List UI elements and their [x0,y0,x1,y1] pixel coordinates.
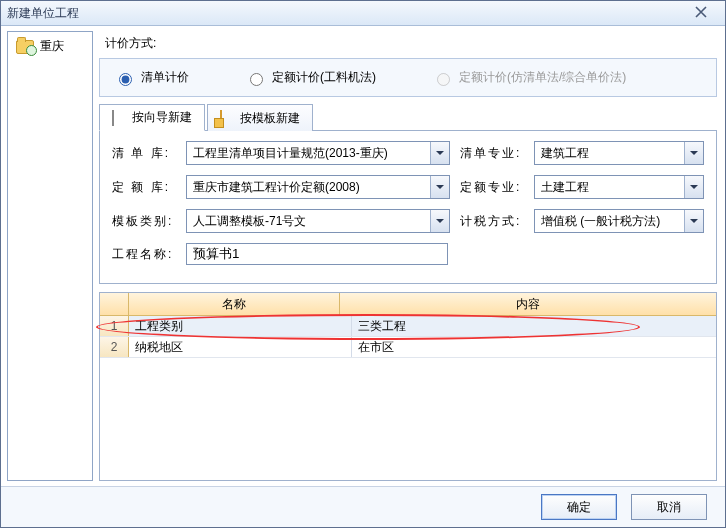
cancel-button[interactable]: 取消 [631,494,707,520]
dialog-footer: 确定 取消 [1,486,725,527]
template-icon [220,110,222,126]
radio-label: 定额计价(工料机法) [272,69,376,86]
dialog-window: 新建单位工程 重庆 计价方式: 清单计价 定额 [0,0,726,528]
radio-input[interactable] [119,73,132,86]
proj-name-input[interactable] [186,243,448,265]
combo-value: 土建工程 [535,179,684,196]
close-icon[interactable] [681,3,721,21]
wizard-icon [112,110,114,126]
radio-input [437,73,450,86]
grid-header: 名称 内容 [100,293,716,316]
norm-lib-combo[interactable]: 重庆市建筑工程计价定额(2008) [186,175,450,199]
pricing-panel: 清单计价 定额计价(工料机法) 定额计价(仿清单法/综合单价法) [99,58,717,97]
tpl-cat-label: 模板类别: [112,213,176,230]
properties-grid[interactable]: 名称 内容 1 工程类别 三类工程 2 纳税地区 在市区 [99,292,717,481]
tree-root-label: 重庆 [40,38,64,55]
radio-norm-pricing-fqdf: 定额计价(仿清单法/综合单价法) [432,69,626,86]
project-tree[interactable]: 重庆 [7,31,93,481]
row-content: 三类工程 [352,316,716,336]
norm-lib-label: 定 额 库: [112,179,176,196]
tab-label: 按模板新建 [240,110,300,127]
combo-value: 增值税 (一般计税方法) [535,213,684,230]
folder-icon [16,40,34,54]
combo-value: 重庆市建筑工程计价定额(2008) [187,179,430,196]
tab-template[interactable]: 按模板新建 [207,104,313,131]
chevron-down-icon[interactable] [684,142,703,164]
chevron-down-icon[interactable] [684,176,703,198]
window-title: 新建单位工程 [7,5,79,22]
row-index: 2 [100,337,129,357]
list-lib-label: 清 单 库: [112,145,176,162]
row-index: 1 [100,316,129,336]
row-name: 纳税地区 [129,337,352,357]
chevron-down-icon[interactable] [430,210,449,232]
radio-label: 清单计价 [141,69,189,86]
col-name: 名称 [129,293,340,315]
combo-value: 建筑工程 [535,145,684,162]
list-lib-combo[interactable]: 工程里清单项目计量规范(2013-重庆) [186,141,450,165]
combo-value: 工程里清单项目计量规范(2013-重庆) [187,145,430,162]
tab-wizard[interactable]: 按向导新建 [99,104,205,131]
norm-spec-label: 定额专业: [460,179,524,196]
title-bar: 新建单位工程 [1,1,725,26]
tab-bar: 按向导新建 按模板新建 [99,103,717,131]
tree-root-item[interactable]: 重庆 [8,32,92,61]
proj-name-label: 工程名称: [112,246,176,263]
grid-row[interactable]: 1 工程类别 三类工程 [100,316,716,337]
tab-label: 按向导新建 [132,109,192,126]
tax-method-combo[interactable]: 增值税 (一般计税方法) [534,209,704,233]
tpl-cat-combo[interactable]: 人工调整模板-71号文 [186,209,450,233]
chevron-down-icon[interactable] [430,176,449,198]
wizard-form: 清 单 库: 工程里清单项目计量规范(2013-重庆) 清单专业: 建筑工程 定… [99,131,717,284]
row-name: 工程类别 [129,316,352,336]
pricing-label: 计价方式: [97,31,719,58]
col-content: 内容 [340,293,716,315]
radio-norm-pricing-gljf[interactable]: 定额计价(工料机法) [245,69,376,86]
norm-spec-combo[interactable]: 土建工程 [534,175,704,199]
chevron-down-icon[interactable] [430,142,449,164]
chevron-down-icon[interactable] [684,210,703,232]
combo-value: 人工调整模板-71号文 [187,213,430,230]
radio-input[interactable] [250,73,263,86]
tax-method-label: 计税方式: [460,213,524,230]
ok-button[interactable]: 确定 [541,494,617,520]
row-content: 在市区 [352,337,716,357]
radio-list-pricing[interactable]: 清单计价 [114,69,189,86]
grid-row[interactable]: 2 纳税地区 在市区 [100,337,716,358]
list-spec-label: 清单专业: [460,145,524,162]
radio-label: 定额计价(仿清单法/综合单价法) [459,69,626,86]
list-spec-combo[interactable]: 建筑工程 [534,141,704,165]
